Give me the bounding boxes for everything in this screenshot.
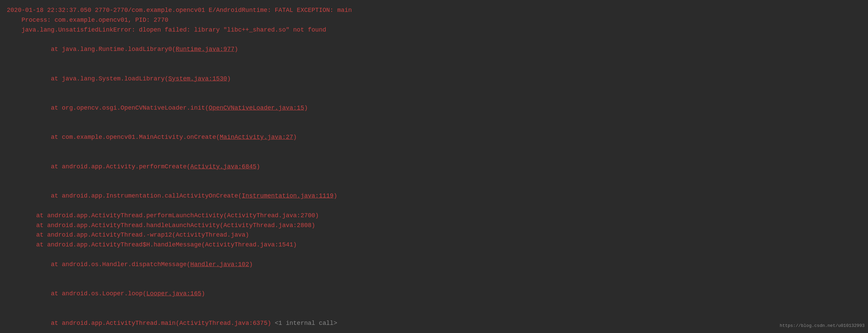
log-line-6-link[interactable]: OpenCVNativeLoader.java:15 bbox=[209, 105, 304, 111]
log-line-16-text: at android.app.ActivityThread.main(Activ… bbox=[21, 320, 271, 327]
log-line-7-prefix: at com.example.opencv01.MainActivity.onC… bbox=[21, 134, 220, 141]
log-line-5-prefix: at java.lang.System.loadLibrary( bbox=[21, 75, 168, 82]
log-line-15-suffix: ) bbox=[202, 290, 205, 297]
log-line-4-prefix: at java.lang.Runtime.loadLibrary0( bbox=[21, 46, 176, 53]
log-line-6-prefix: at org.opencv.osgi.OpenCVNativeLoader.in… bbox=[21, 105, 209, 111]
log-line-9: at android.app.Instrumentation.callActiv… bbox=[7, 181, 861, 210]
log-line-5-suffix: ) bbox=[227, 75, 231, 82]
log-line-3: java.lang.UnsatisfiedLinkError: dlopen f… bbox=[7, 25, 861, 35]
log-line-7-suffix: ) bbox=[293, 134, 297, 141]
log-line-5: at java.lang.System.loadLibrary(System.j… bbox=[7, 64, 861, 93]
log-line-8: at android.app.Activity.performCreate(Ac… bbox=[7, 152, 861, 181]
log-line-16-internal-call: <1 internal call> bbox=[271, 320, 337, 327]
log-line-7: at com.example.opencv01.MainActivity.onC… bbox=[7, 123, 861, 152]
log-line-8-suffix: ) bbox=[257, 163, 260, 170]
log-line-9-suffix: ) bbox=[333, 192, 337, 199]
log-line-15: at android.os.Looper.loop(Looper.java:16… bbox=[7, 279, 861, 308]
log-line-11: at android.app.ActivityThread.handleLaun… bbox=[7, 221, 861, 230]
log-line-1: 2020-01-18 22:32:37.050 2770-2770/com.ex… bbox=[7, 5, 861, 15]
log-line-14-prefix: at android.os.Handler.dispatchMessage( bbox=[21, 261, 190, 268]
log-line-12: at android.app.ActivityThread.-wrap12(Ac… bbox=[7, 230, 861, 240]
log-line-16: at android.app.ActivityThread.main(Activ… bbox=[7, 309, 861, 333]
log-line-6: at org.opencv.osgi.OpenCVNativeLoader.in… bbox=[7, 93, 861, 123]
log-line-15-prefix: at android.os.Looper.loop( bbox=[21, 290, 146, 297]
log-line-6-suffix: ) bbox=[304, 105, 308, 111]
log-line-13: at android.app.ActivityThread$H.handleMe… bbox=[7, 240, 861, 250]
log-line-14: at android.os.Handler.dispatchMessage(Ha… bbox=[7, 250, 861, 279]
log-line-9-link[interactable]: Instrumentation.java:1119 bbox=[242, 192, 333, 199]
log-line-14-suffix: ) bbox=[249, 261, 253, 268]
log-line-15-link[interactable]: Looper.java:165 bbox=[146, 290, 201, 297]
log-line-10: at android.app.ActivityThread.performLau… bbox=[7, 211, 861, 221]
log-line-9-prefix: at android.app.Instrumentation.callActiv… bbox=[21, 192, 242, 199]
watermark: https://blog.csdn.net/u010132993 bbox=[780, 322, 865, 330]
log-line-8-link[interactable]: Activity.java:6845 bbox=[190, 163, 256, 170]
log-line-8-prefix: at android.app.Activity.performCreate( bbox=[21, 163, 190, 170]
log-container: 2020-01-18 22:32:37.050 2770-2770/com.ex… bbox=[7, 5, 861, 333]
log-line-7-link[interactable]: MainActivity.java:27 bbox=[220, 134, 293, 141]
log-line-4-link[interactable]: Runtime.java:977 bbox=[176, 46, 235, 53]
log-line-4-suffix: ) bbox=[235, 46, 238, 53]
log-line-5-link[interactable]: System.java:1530 bbox=[168, 75, 227, 82]
log-line-4: at java.lang.Runtime.loadLibrary0(Runtim… bbox=[7, 35, 861, 64]
log-line-2: Process: com.example.opencv01, PID: 2770 bbox=[7, 15, 861, 25]
log-line-14-link[interactable]: Handler.java:102 bbox=[190, 261, 249, 268]
